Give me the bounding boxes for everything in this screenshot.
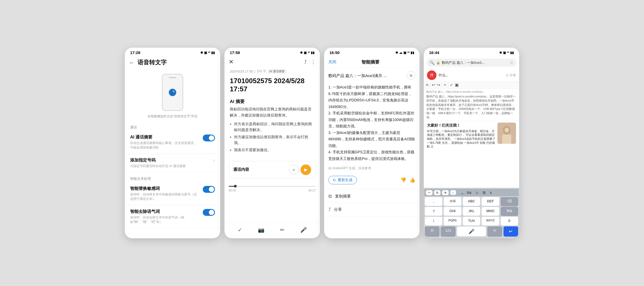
replace-desc: 保存时，自动将文本中的敏感词替换为星号（仅适用于通话文本）	[130, 192, 200, 201]
section2-title: 智能文本处理	[125, 172, 220, 182]
share-label: 分享	[334, 207, 342, 212]
lock-icon: 🔒	[436, 61, 440, 65]
key-mic[interactable]: 🎤	[457, 226, 486, 236]
emoji-icon[interactable]: ☺	[474, 190, 480, 195]
progress-bar[interactable]	[229, 186, 316, 187]
signal-icon: ᵌᵌ	[208, 51, 210, 55]
w4: ▣	[503, 51, 506, 55]
audio-label: 通话内容	[233, 167, 286, 172]
list-tool-icon[interactable]: ≡	[426, 83, 428, 87]
format-icon[interactable]: Aa	[466, 190, 473, 195]
status-bar-3: 16:50 ✱ ☁ ▣ ᵌᵌ ▮▮	[324, 48, 420, 56]
search-kb-icon[interactable]: 🔍	[458, 190, 464, 195]
icon1: ✱	[395, 51, 398, 55]
share-action[interactable]: ⤴ 分享	[324, 203, 420, 216]
key-exclaim[interactable]: ！	[425, 217, 442, 226]
plus-icon[interactable]: +	[444, 83, 446, 87]
key-del[interactable]: ⌫	[501, 197, 518, 206]
time-4: 16:44	[429, 50, 439, 55]
filler-toggle[interactable]	[203, 209, 215, 216]
status-bar-1: 17:28 ✱ ▣ ᵌᵌ ▮▮	[125, 48, 220, 56]
category-icon[interactable]: ▣	[455, 82, 459, 87]
add-number-desc: 与指定号码通话时自动开启 AI 通话摘要	[130, 164, 210, 168]
camera-icon[interactable]: 📷	[258, 227, 264, 233]
bullet-3: 我表示不需要加微信。	[234, 147, 315, 153]
toolbar-sep2	[442, 83, 442, 87]
key-enter[interactable]: ↵	[504, 226, 518, 236]
ai-summary-toggle[interactable]	[203, 135, 215, 141]
time-end: 00:27	[308, 189, 316, 192]
replace-toggle[interactable]	[203, 186, 215, 193]
check-icon[interactable]: ✓	[238, 227, 242, 233]
copy-action[interactable]: ⧉ 复制摘要	[324, 190, 420, 203]
replace-sensitive-item: 智能替换敏感词 保存时，自动将文本中的敏感词替换为星号（仅适用于通话文本）	[125, 182, 220, 205]
time-1: 17:28	[130, 50, 140, 55]
bottom-content: 大家好！们关注我！ 外号方面，一加Ace3为大家提供月海蓝、晴沙金、月海蓝三种配…	[424, 121, 519, 150]
share-icon[interactable]: ⤴	[304, 59, 307, 65]
kb-row1: ， 分词 ABC DEF ⌫	[425, 197, 518, 206]
key-symbol[interactable]: 符	[425, 226, 439, 236]
play-button[interactable]: ▶	[301, 164, 311, 175]
search-box[interactable]: 🔍 🔒 数码产品 篇八：一加Ace3... ☆	[426, 59, 517, 67]
bullet-list: 对方表示是商标回访，询问我在官网上查询的商标问题是否解决。 对方建议加微信以便后…	[229, 121, 320, 159]
check-tool-icon[interactable]: ✓	[450, 82, 453, 87]
meta-chars: 103 字	[257, 69, 266, 74]
kb-row2: ？ GHI JKL MNO 重输	[425, 207, 518, 216]
key-abc[interactable]: 分词	[444, 197, 461, 206]
kb-toolbar: ✂ ⧉ ⊕ ↕ 🔍 Aa ☺ ⊞ ∨	[424, 189, 519, 196]
audio-box: 通话内容 ≡ ▶	[229, 161, 316, 178]
key-chinese[interactable]: 中	[487, 226, 502, 236]
key-question[interactable]: ？	[425, 207, 442, 216]
chevron-kb[interactable]: ∨	[488, 190, 493, 195]
article-text: 数码产品 篇八... https://post.m.smzdm.com/p/az…	[424, 89, 519, 121]
svg-point-3	[505, 128, 509, 132]
key-123[interactable]: 123	[441, 226, 455, 236]
key-comma[interactable]: ，	[425, 197, 442, 206]
summary-text: 1. 一加Ace3是一款中端价格的旗舰性能手机，拥有6.78英寸的东方眼眸屏，搭…	[328, 85, 415, 161]
thumbdown-icon[interactable]: 👎	[400, 177, 406, 183]
key-reenter[interactable]: 重输	[501, 207, 518, 216]
undo-icon[interactable]: ↩	[432, 82, 435, 87]
regenerate-button[interactable]: ↻ 重新生成	[328, 176, 357, 184]
key-pqrs[interactable]: PQRS	[444, 217, 461, 226]
key-zero[interactable]: 0	[501, 217, 518, 226]
link-icon[interactable]: ⧉	[407, 71, 415, 80]
cut-btn[interactable]: ✂	[426, 190, 433, 195]
list-icon[interactable]: ≡	[289, 165, 298, 175]
edit-icon[interactable]: ✏	[280, 227, 285, 233]
grid-icon[interactable]: ⊞	[482, 190, 487, 195]
browser-content: 什 什么... 少 分类 ≡ ↩ ↪ + ✓ ▣ 数码产品 篇八... http…	[424, 69, 519, 188]
screen3-smart-summary: 16:50 ✱ ☁ ▣ ᵌᵌ ▮▮ 关闭 智能摘要 数码产品 篇八：一加Ace3…	[324, 48, 420, 238]
copy-btn[interactable]: ⧉	[434, 190, 440, 195]
back-button[interactable]: ←	[129, 60, 134, 66]
thumbup-icon[interactable]: 👍	[409, 177, 415, 183]
battery-icon: ▮▮	[211, 51, 215, 55]
s4: ᵌᵌ	[507, 51, 509, 55]
close-button-3[interactable]: 关闭	[328, 60, 336, 65]
cursor-btn[interactable]: ↕	[450, 190, 456, 195]
key-wxyz[interactable]: WXYZ	[482, 217, 499, 226]
paste-btn[interactable]: ⊕	[442, 190, 449, 195]
key-abc2[interactable]: ABC	[463, 197, 480, 206]
redo-icon[interactable]: ↪	[437, 82, 440, 87]
key-ghi[interactable]: GHI	[444, 207, 461, 216]
screens-container: 17:28 ✱ ▣ ᵌᵌ ▮▮ ← 语音转文字 🎤 在智能侧边栏点击"语音转文字…	[125, 48, 519, 238]
more-icon[interactable]: ⋮	[311, 59, 316, 65]
mic-icon[interactable]: 🎤	[300, 227, 307, 233]
bookmark-icon[interactable]: ☆	[510, 60, 513, 65]
key-tuv[interactable]: TUV	[463, 217, 480, 226]
close-button[interactable]: ✕	[229, 59, 233, 65]
share-icon3: ⤴	[328, 207, 331, 212]
wifi-icon: ▣	[204, 51, 207, 55]
time-start: 00:00	[229, 189, 236, 192]
add-number-item[interactable]: 添加指定号码 与指定号码通话时自动开启 AI 通话摘要 ›	[125, 154, 220, 172]
call-number: 17010052575 2024/5/28	[224, 76, 320, 85]
section1-title: 通话	[125, 123, 220, 131]
copy-label: 复制摘要	[335, 194, 351, 199]
key-mno[interactable]: MNO	[482, 207, 499, 216]
mic-illustration: 🎤	[169, 89, 176, 96]
progress-fill	[229, 186, 236, 187]
svg-rect-2	[502, 135, 511, 144]
key-jkl[interactable]: JKL	[463, 207, 480, 216]
key-def[interactable]: DEF	[482, 197, 499, 206]
